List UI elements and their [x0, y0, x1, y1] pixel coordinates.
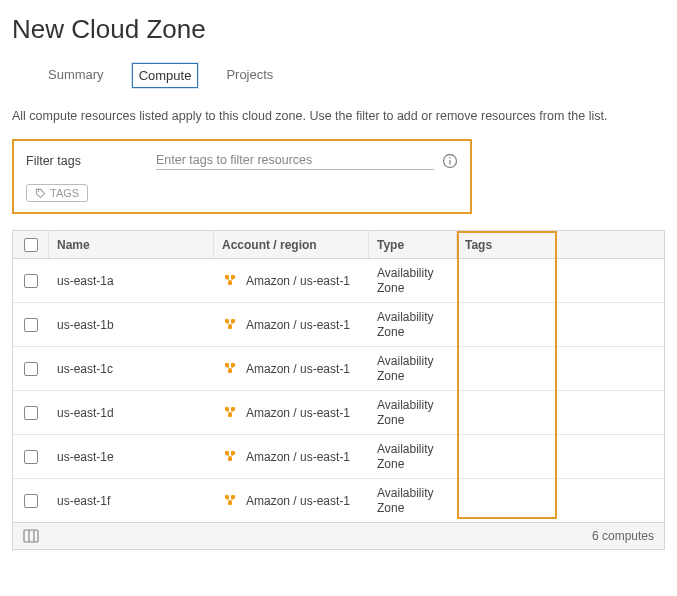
svg-rect-15 — [231, 363, 235, 367]
svg-rect-24 — [225, 451, 229, 455]
svg-line-12 — [227, 323, 230, 325]
svg-rect-20 — [231, 407, 235, 411]
row-account: Amazon / us-east-1 — [246, 362, 350, 376]
svg-rect-25 — [231, 451, 235, 455]
row-account: Amazon / us-east-1 — [246, 406, 350, 420]
tab-projects[interactable]: Projects — [220, 63, 279, 88]
select-all-checkbox[interactable] — [24, 238, 38, 252]
column-toggle-icon[interactable] — [23, 529, 39, 543]
table-row[interactable]: us-east-1aAmazon / us-east-1Availability… — [13, 259, 664, 303]
aws-icon — [222, 407, 238, 419]
row-checkbox[interactable] — [24, 362, 38, 376]
svg-rect-10 — [231, 319, 235, 323]
row-checkbox[interactable] — [24, 274, 38, 288]
table-footer: 6 computes — [13, 523, 664, 549]
svg-line-32 — [227, 499, 230, 501]
row-name: us-east-1d — [57, 406, 114, 420]
svg-line-33 — [230, 499, 233, 501]
tab-summary[interactable]: Summary — [42, 63, 110, 88]
svg-line-17 — [227, 367, 230, 369]
table-row[interactable]: us-east-1eAmazon / us-east-1Availability… — [13, 435, 664, 479]
filter-label: Filter tags — [26, 154, 156, 168]
row-account: Amazon / us-east-1 — [246, 274, 350, 288]
svg-point-2 — [449, 156, 451, 158]
row-type: Availability Zone — [377, 310, 449, 339]
filter-panel: Filter tags TAGS — [12, 139, 472, 214]
table-row[interactable]: us-east-1fAmazon / us-east-1Availability… — [13, 479, 664, 523]
filter-tags-input[interactable] — [156, 151, 434, 170]
col-header-type[interactable]: Type — [369, 231, 457, 258]
row-type: Availability Zone — [377, 266, 449, 295]
table-header: Name Account / region Type Tags — [13, 231, 664, 259]
row-type: Availability Zone — [377, 486, 449, 515]
svg-line-18 — [230, 367, 233, 369]
svg-rect-4 — [225, 275, 229, 279]
row-count-label: 6 computes — [592, 529, 654, 543]
tags-button-label: TAGS — [50, 187, 79, 199]
table-row[interactable]: us-east-1bAmazon / us-east-1Availability… — [13, 303, 664, 347]
svg-rect-14 — [225, 363, 229, 367]
svg-line-28 — [230, 455, 233, 457]
svg-line-7 — [227, 279, 230, 281]
row-checkbox[interactable] — [24, 406, 38, 420]
svg-rect-5 — [231, 275, 235, 279]
svg-rect-9 — [225, 319, 229, 323]
svg-rect-11 — [228, 325, 232, 329]
tabs: Summary Compute Projects — [12, 63, 665, 89]
svg-line-23 — [230, 411, 233, 413]
compute-table: Name Account / region Type Tags us-east-… — [12, 230, 665, 550]
aws-icon — [222, 319, 238, 331]
row-checkbox[interactable] — [24, 494, 38, 508]
svg-rect-16 — [228, 369, 232, 373]
svg-line-13 — [230, 323, 233, 325]
aws-icon — [222, 451, 238, 463]
row-name: us-east-1e — [57, 450, 114, 464]
row-type: Availability Zone — [377, 398, 449, 427]
row-type: Availability Zone — [377, 442, 449, 471]
table-row[interactable]: us-east-1dAmazon / us-east-1Availability… — [13, 391, 664, 435]
svg-rect-31 — [228, 501, 232, 505]
svg-rect-26 — [228, 457, 232, 461]
info-icon[interactable] — [442, 153, 458, 169]
svg-point-3 — [38, 190, 39, 191]
page-title: New Cloud Zone — [12, 14, 665, 45]
svg-line-8 — [230, 279, 233, 281]
col-header-tags[interactable]: Tags — [457, 231, 557, 258]
row-account: Amazon / us-east-1 — [246, 450, 350, 464]
row-checkbox[interactable] — [24, 450, 38, 464]
row-checkbox[interactable] — [24, 318, 38, 332]
svg-rect-29 — [225, 495, 229, 499]
row-name: us-east-1a — [57, 274, 114, 288]
col-header-account[interactable]: Account / region — [214, 231, 369, 258]
svg-rect-30 — [231, 495, 235, 499]
description-text: All compute resources listed apply to th… — [12, 109, 665, 123]
row-name: us-east-1c — [57, 362, 113, 376]
tab-compute[interactable]: Compute — [132, 63, 199, 88]
svg-line-27 — [227, 455, 230, 457]
svg-rect-21 — [228, 413, 232, 417]
row-name: us-east-1f — [57, 494, 110, 508]
svg-line-22 — [227, 411, 230, 413]
row-account: Amazon / us-east-1 — [246, 318, 350, 332]
row-name: us-east-1b — [57, 318, 114, 332]
col-header-name[interactable]: Name — [49, 231, 214, 258]
svg-rect-6 — [228, 281, 232, 285]
svg-rect-19 — [225, 407, 229, 411]
table-row[interactable]: us-east-1cAmazon / us-east-1Availability… — [13, 347, 664, 391]
aws-icon — [222, 363, 238, 375]
aws-icon — [222, 275, 238, 287]
tags-button[interactable]: TAGS — [26, 184, 88, 202]
svg-rect-34 — [24, 530, 38, 542]
aws-icon — [222, 495, 238, 507]
row-type: Availability Zone — [377, 354, 449, 383]
row-account: Amazon / us-east-1 — [246, 494, 350, 508]
